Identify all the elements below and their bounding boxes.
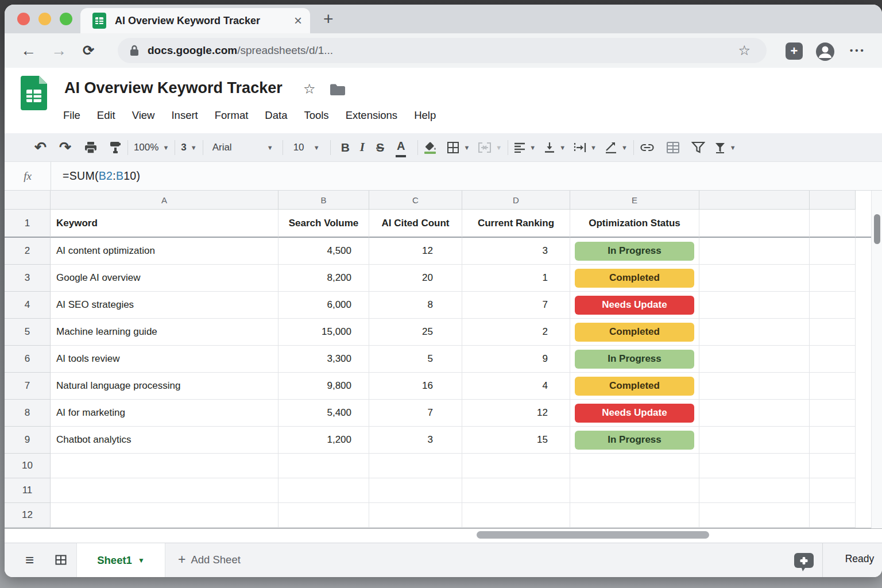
tab-close-icon[interactable]: × [294,14,302,28]
cell-ai-cited-count[interactable]: 16 [369,373,462,400]
text-wrap-icon[interactable]: ▼ [574,138,597,157]
font-size-select[interactable]: 10▼ [289,138,324,157]
column-header-f[interactable] [699,191,810,210]
font-select[interactable]: Arial▼ [209,138,277,157]
header-cell-ai-cited-count[interactable]: AI Cited Count [369,210,462,238]
menu-help[interactable]: Help [414,109,436,122]
row-header[interactable]: 4 [5,292,51,319]
browser-tab[interactable]: AI Overview Keyword Tracker × [80,8,310,33]
column-header-g[interactable] [810,191,856,210]
header-cell-current-ranking[interactable]: Current Ranking [462,210,570,238]
horizontal-scrollbar[interactable] [5,529,882,543]
address-bar[interactable]: docs.google.com/spreadsheets/d/1... ☆ [118,38,767,63]
cell-ai-cited-count[interactable]: 20 [369,265,462,292]
header-cell-search-volume[interactable]: Search Volume [278,210,369,238]
cell-current-ranking[interactable]: 1 [462,265,570,292]
cell-current-ranking[interactable]: 7 [462,292,570,319]
cell-ai-cited-count[interactable]: 5 [369,346,462,373]
column-header-c[interactable]: C [369,191,462,210]
cell-search-volume[interactable]: 3,300 [278,346,369,373]
row-header[interactable]: 12 [5,503,51,528]
column-header-a[interactable]: A [51,191,278,210]
paint-format-icon[interactable] [109,138,122,157]
column-header-b[interactable]: B [278,191,369,210]
strikethrough-icon[interactable]: S [376,138,384,157]
cell-search-volume[interactable]: 5,400 [278,400,369,427]
menu-file[interactable]: File [63,109,80,122]
cell-keyword[interactable]: AI SEO strategies [51,292,278,319]
undo-icon[interactable]: ↶ [34,138,47,157]
document-title[interactable]: AI Overview Keyword Tracker [64,79,283,97]
row-header[interactable]: 5 [5,319,51,346]
row-header[interactable]: 9 [5,427,51,454]
row-header[interactable]: 1 [5,210,51,238]
cell-ai-cited-count[interactable]: 8 [369,292,462,319]
browser-menu-icon[interactable]: ••• [850,45,866,55]
row-header[interactable]: 11 [5,478,51,503]
sheet-list-icon[interactable] [55,555,67,565]
row-header[interactable]: 3 [5,265,51,292]
bookmark-star-icon[interactable]: ☆ [738,42,751,59]
all-sheets-menu-icon[interactable]: ≡ [25,551,34,569]
menu-data[interactable]: Data [265,109,287,122]
menu-edit[interactable]: Edit [97,109,115,122]
close-window-button[interactable] [17,13,30,25]
menu-tools[interactable]: Tools [304,109,328,122]
formula-bar[interactable]: fx =SUM(B2:B10) [5,162,882,191]
cell-keyword[interactable]: Chatbot analytics [51,427,278,454]
redo-icon[interactable]: ↷ [59,138,71,157]
print-icon[interactable] [84,138,98,157]
cell-ai-cited-count[interactable]: 3 [369,427,462,454]
history-count-select[interactable]: 3▼ [181,138,196,157]
row-header[interactable]: 6 [5,346,51,373]
row-header[interactable]: 2 [5,238,51,265]
header-cell-keyword[interactable]: Keyword [51,210,278,238]
italic-icon[interactable]: I [360,138,365,157]
vertical-scrollbar[interactable] [871,191,882,528]
reload-icon[interactable]: ⟳ [83,44,94,57]
insert-link-icon[interactable] [640,138,655,157]
star-document-icon[interactable]: ☆ [303,81,316,97]
menu-view[interactable]: View [132,109,155,122]
back-icon[interactable]: ← [21,43,36,59]
zoom-select[interactable]: 100%▼ [134,138,169,157]
add-sheet-button[interactable]: + Add Sheet [178,553,241,566]
forward-icon[interactable]: → [51,43,67,59]
cell-search-volume[interactable]: 6,000 [278,292,369,319]
filter-views-icon[interactable]: ▼ [714,138,736,157]
cell-current-ranking[interactable]: 4 [462,373,570,400]
sheets-logo[interactable] [21,76,47,110]
cell-current-ranking[interactable]: 12 [462,400,570,427]
fill-color-icon[interactable] [424,138,436,157]
menu-extensions[interactable]: Extensions [346,109,398,122]
cell-current-ranking[interactable]: 3 [462,238,570,265]
select-all-corner[interactable] [5,191,51,210]
minimize-window-button[interactable] [38,13,51,25]
horizontal-align-icon[interactable]: ▼ [514,138,536,157]
horizontal-scrollbar-thumb[interactable] [477,531,709,539]
header-cell-optimization-status[interactable]: Optimization Status [570,210,699,238]
text-rotation-icon[interactable]: ▼ [605,138,628,157]
cell-search-volume[interactable]: 1,200 [278,427,369,454]
cell-keyword[interactable]: AI tools review [51,346,278,373]
menu-insert[interactable]: Insert [171,109,198,122]
cell-search-volume[interactable]: 9,800 [278,373,369,400]
cell-search-volume[interactable]: 15,000 [278,319,369,346]
column-header-e[interactable]: E [570,191,699,210]
cell-keyword[interactable]: AI content optimization [51,238,278,265]
cell-ai-cited-count[interactable]: 25 [369,319,462,346]
new-tab-icon[interactable]: + [323,9,334,29]
column-header-d[interactable]: D [462,191,570,210]
borders-icon[interactable]: ▼ [447,138,470,157]
vertical-align-icon[interactable]: ▼ [544,138,566,157]
cell-keyword[interactable]: AI for marketing [51,400,278,427]
create-filter-icon[interactable] [691,138,705,157]
cell-keyword[interactable]: Google AI overview [51,265,278,292]
profile-avatar[interactable] [815,42,835,61]
merge-cells-icon[interactable]: ▼ [478,138,502,157]
cell-search-volume[interactable]: 8,200 [278,265,369,292]
explore-icon[interactable] [794,552,814,572]
cell-current-ranking[interactable]: 9 [462,346,570,373]
cell-ai-cited-count[interactable]: 7 [369,400,462,427]
formula-input[interactable]: =SUM(B2:B10) [63,169,140,183]
